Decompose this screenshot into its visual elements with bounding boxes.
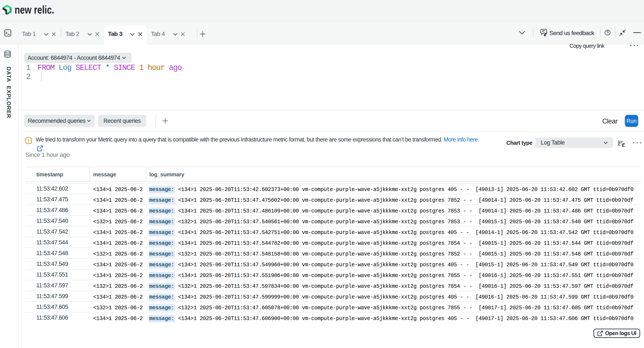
svg-text:new relic.: new relic. (15, 4, 54, 16)
